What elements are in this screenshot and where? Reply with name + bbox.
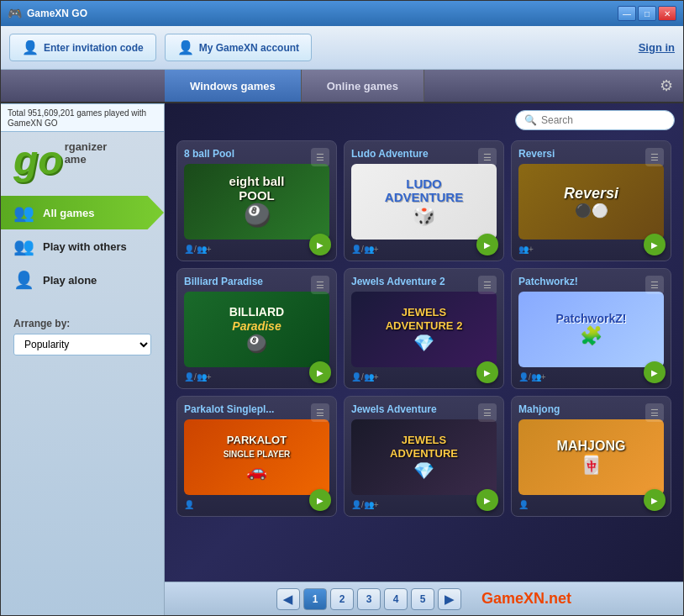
search-bar: 🔍 [173,110,675,130]
ludo-icon: 🎲 [413,205,435,227]
game-title-mahjong: Mahjong [518,403,664,415]
prev-page-button[interactable]: ◀ [276,588,300,610]
account-icon: 👤 [177,39,194,55]
game-thumb-reversi: Reversi ⚫⚪ [518,164,664,240]
modes-reversi: 👥+ [518,245,664,254]
titlebar: 🎮 GameXN GO — □ ✕ [1,1,683,26]
game-thumb-billiard: BILLIARDParadise 🎱 [184,292,329,367]
sidebar: Total 951,609,201 games played with Game… [1,103,165,615]
game-title-ludo: Ludo Adventure [351,148,497,160]
modes-ludo: 👤/👥+ [351,245,497,254]
game-card-billiard[interactable]: Billiard Paradise BILLIARDParadise 🎱 ☰ ▶ [176,268,337,389]
play-patchworkz[interactable]: ▶ [644,361,666,383]
bookmark-mahjong[interactable]: ☰ [645,403,664,422]
modes-parkalot: 👤 [184,500,329,509]
play-others-icon: 👥 [13,236,34,256]
sign-in-button[interactable]: Sign in [639,41,675,54]
game-thumb-jewels: JEWELSADVENTURE 💎 [351,419,497,495]
all-games-icon: 👥 [13,203,34,223]
play-8ball[interactable]: ▶ [309,234,331,255]
game-card-ludo[interactable]: Ludo Adventure LUDOADVENTURE 🎲 ☰ ▶ 👤/👥 [344,140,504,261]
page-5-button[interactable]: 5 [411,588,434,610]
tab-spacer [424,70,650,102]
page-2-button[interactable]: 2 [330,588,354,610]
modes-mahjong: 👤 [518,500,664,509]
play-alone-icon: 👤 [13,270,34,290]
brand-logo: GameXN.net [481,590,571,608]
game-thumb-ludo: LUDOADVENTURE 🎲 [351,164,497,240]
game-title-jewels: Jewels Adventure [351,403,497,415]
play-reversi[interactable]: ▶ [644,234,666,255]
stats-bar: Total 951,609,201 games played with Game… [1,103,164,132]
game-card-patchworkz[interactable]: Patchworkz! PatchworkZ! 🧩 ☰ ▶ 👤/👥+ [511,268,671,389]
game-title-parkalot: Parkalot Singlepl... [184,403,329,415]
logo-lines: rganizer ame [65,140,108,166]
play-billiard[interactable]: ▶ [309,361,331,383]
bookmark-jewels2[interactable]: ☰ [478,276,497,294]
logo-line2: ame [65,153,108,166]
play-ludo[interactable]: ▶ [476,234,498,255]
game-thumb-8ball: eight ballPOOL 🎱 [184,164,329,240]
game-title-billiard: Billiard Paradise [184,276,329,287]
page-3-button[interactable]: 3 [357,588,381,610]
logo-go: go [13,140,63,181]
account-button[interactable]: 👤 My GameXN account [165,34,312,61]
search-box: 🔍 [515,110,675,130]
bookmark-ludo[interactable]: ☰ [478,148,497,166]
invite-code-button[interactable]: 👤 Enter invitation code [9,34,156,61]
search-input[interactable] [541,114,666,126]
tab-windows-games[interactable]: Windows games [165,70,302,102]
play-parkalot[interactable]: ▶ [309,489,331,511]
content-inner: Total 951,609,201 games played with Game… [1,103,683,615]
topbar: 👤 Enter invitation code 👤 My GameXN acco… [1,26,683,70]
close-button[interactable]: ✕ [658,6,676,21]
sidebar-menu: 👥 All games 👥 Play with others 👤 Play al… [1,196,164,297]
nav-tabs: Windows games Online games ⚙ [1,70,683,103]
bookmark-jewels[interactable]: ☰ [478,403,497,422]
sidebar-item-play-with-others[interactable]: 👥 Play with others [1,229,164,263]
page-1-button[interactable]: 1 [303,588,327,610]
play-mahjong[interactable]: ▶ [644,489,666,511]
right-panel: 🔍 8 ball Pool eight ballPOOL [165,103,683,615]
bookmark-8ball[interactable]: ☰ [311,148,329,166]
logo: go rganizer ame [13,140,107,181]
modes-8ball: 👤/👥+ [184,245,329,254]
settings-button[interactable]: ⚙ [650,70,683,102]
minimize-button[interactable]: — [618,6,636,21]
bookmark-parkalot[interactable]: ☰ [311,403,329,422]
bookmark-patchworkz[interactable]: ☰ [645,276,664,294]
game-thumb-patchworkz: PatchworkZ! 🧩 [518,292,664,367]
content-wrapper: Windows games Online games ⚙ Total 951,6… [1,70,683,615]
play-jewels[interactable]: ▶ [476,489,498,511]
modes-patchworkz: 👤/👥+ [518,372,664,382]
modes-jewels2: 👤/👥+ [351,372,497,382]
app-icon: 🎮 [8,7,22,20]
maximize-button[interactable]: □ [638,6,656,21]
game-card-jewels2[interactable]: Jewels Adventure 2 JEWELSADVENTURE 2 💎 ☰… [344,268,504,389]
game-card-8ball[interactable]: 8 ball Pool eight ballPOOL 🎱 ☰ ▶ 👤/👥+ [176,140,337,261]
bookmark-billiard[interactable]: ☰ [311,276,329,294]
titlebar-title: GameXN GO [27,8,616,19]
sidebar-item-play-alone[interactable]: 👤 Play alone [1,263,164,297]
arrange-section: Arrange by: Popularity Name Date added [1,305,164,368]
game-card-parkalot[interactable]: Parkalot Singlepl... PARKALOTSINGLE PLAY… [176,396,337,517]
next-page-button[interactable]: ▶ [438,588,461,610]
arrange-select[interactable]: Popularity Name Date added [13,334,151,355]
sidebar-item-all-games[interactable]: 👥 All games [1,196,164,229]
ball-icon: 🎱 [244,203,271,229]
game-card-reversi[interactable]: Reversi Reversi ⚫⚪ ☰ ▶ 👥+ [511,140,671,261]
game-card-mahjong[interactable]: Mahjong MAHJONG 🀄 ☰ ▶ 👤 [511,396,671,517]
person-add-icon: 👤 [22,39,39,55]
tab-online-games[interactable]: Online games [302,70,424,102]
game-title-8ball: 8 ball Pool [184,148,329,160]
stats-text: Total 951,609,201 games played with Game… [8,108,146,128]
arrange-label: Arrange by: [13,318,151,329]
game-content: 🔍 8 ball Pool eight ballPOOL [165,103,683,582]
modes-billiard: 👤/👥+ [184,372,329,382]
bookmark-reversi[interactable]: ☰ [645,148,664,166]
page-4-button[interactable]: 4 [384,588,408,610]
game-grid: 8 ball Pool eight ballPOOL 🎱 ☰ ▶ 👤/👥+ [173,137,675,520]
game-card-jewels[interactable]: Jewels Adventure JEWELSADVENTURE 💎 ☰ ▶ � [344,396,504,517]
play-jewels2[interactable]: ▶ [476,361,498,383]
logo-line1: rganizer [65,140,108,153]
